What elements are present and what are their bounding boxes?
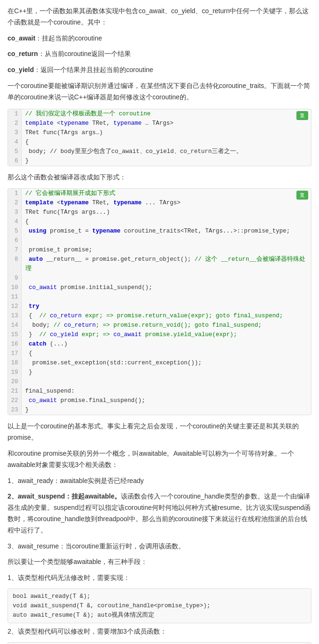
line-number: 22 bbox=[8, 396, 21, 405]
line-content: { // co_return expr; => promise.return_v… bbox=[21, 311, 311, 321]
section2-p2: 和coroutine promise关联的另外一个概念，叫awaitable。A… bbox=[8, 448, 311, 471]
copy-btn-2[interactable]: 复 bbox=[296, 191, 308, 200]
section2-p1: 以上是一个coroutine的基本形式。事实上看完之后会发现，一个corouti… bbox=[8, 421, 311, 443]
line-content: co_await promise.initial_suspend(); bbox=[21, 283, 311, 292]
code-block-method1: bool await_ready(T &);void await_suspend… bbox=[8, 588, 311, 623]
line-content: auto __return__ = promise.get_return_obj… bbox=[21, 255, 311, 274]
intro-p2: 一个coroutine要能被编译期识别并通过编译，在某些情况下要自己去特化cor… bbox=[8, 80, 311, 103]
line-number: 16 bbox=[8, 339, 21, 349]
co-return-desc: ：从当前coroutine返回一个结果 bbox=[38, 50, 131, 57]
co-yield-desc: ：返回一个结果并且挂起当前的coroutine bbox=[34, 66, 153, 73]
co-return-item: co_return：从当前coroutine返回一个结果 bbox=[8, 48, 311, 60]
method-code-line: bool await_ready(T &); bbox=[13, 592, 306, 601]
section2-p3: 所以要让一个类型能够awaitable，有三种手段： bbox=[8, 556, 311, 568]
line-number: 15 bbox=[8, 330, 21, 339]
bottom-section: 易贱网 www.ynpxrz.com 易贱网 www.ynpxrz.com 以上… bbox=[8, 421, 311, 644]
line-number: 8 bbox=[8, 255, 21, 274]
line-number: 10 bbox=[8, 283, 21, 292]
line-number: 2 bbox=[8, 119, 21, 128]
co-await-item: co_await：挂起当前的coroutine bbox=[8, 33, 311, 44]
code-block-method2: bool await_ready();void await_suspend(co… bbox=[8, 642, 311, 644]
line-number: 11 bbox=[8, 292, 21, 302]
section2-item2-title: 2、await_suspend：挂起awaitable。 bbox=[8, 492, 121, 500]
line-number: 13 bbox=[8, 311, 21, 321]
line-content: template <typename TRet, typename … TArg… bbox=[21, 119, 311, 128]
line-number: 17 bbox=[8, 349, 21, 358]
line-content: TRet func(TArgs args...) bbox=[21, 208, 311, 217]
code-block-1: 复 1// 我们假定这个模板函数是一个 coroutine2template <… bbox=[8, 109, 311, 166]
section2-item3: 3、await_resume：当coroutine重新运行时，会调用该函数。 bbox=[8, 541, 311, 552]
code-block-2: 复 1// 它会被编译期展开成如下形式2template <typename T… bbox=[8, 188, 311, 415]
line-content: final_suspend: bbox=[21, 386, 311, 396]
line-number: 5 bbox=[8, 226, 21, 236]
line-number: 4 bbox=[8, 137, 21, 147]
code-table-1: 1// 我们假定这个模板函数是一个 coroutine2template <ty… bbox=[8, 109, 311, 166]
line-number: 6 bbox=[8, 236, 21, 245]
co-await-label: co_await bbox=[8, 34, 35, 42]
line-number: 5 bbox=[8, 147, 21, 156]
line-content: { bbox=[21, 137, 311, 147]
section2-method1-title: 1、该类型相代码无法修改时，需要实现： bbox=[8, 572, 311, 584]
line-number: 1 bbox=[8, 109, 21, 119]
line-number: 21 bbox=[8, 386, 21, 396]
line-content: TRet func(TArgs args…) bbox=[21, 128, 311, 137]
line-content: using promise_t = typename coroutine_tra… bbox=[21, 226, 311, 236]
line-content: } bbox=[21, 405, 311, 415]
line-content bbox=[21, 377, 311, 386]
section2-method2-title: 2、该类型相代码可以修改时，需要增加3个成员函数： bbox=[8, 626, 311, 637]
line-number: 23 bbox=[8, 405, 21, 415]
line-content: catch (...) bbox=[21, 339, 311, 349]
method-code-line: void await_suspend(T &, coroutine_handle… bbox=[13, 601, 306, 611]
line-number: 14 bbox=[8, 321, 21, 330]
code-table-2: 1// 它会被编译期展开成如下形式2template <typename TRe… bbox=[8, 189, 311, 415]
line-number: 18 bbox=[8, 358, 21, 368]
middle-text-p1: 那么这个函数会被编译器改成如下形式： bbox=[8, 172, 311, 183]
line-content: { bbox=[21, 217, 311, 226]
line-content: try bbox=[21, 302, 311, 311]
line-content: template <typename TRet, typename ... TA… bbox=[21, 198, 311, 208]
line-content: co_await promise.final_suspend(); bbox=[21, 396, 311, 405]
section2-item1: 1、await_ready：awaitable实例是否已经ready bbox=[8, 475, 311, 487]
line-number: 1 bbox=[8, 189, 21, 198]
line-number: 6 bbox=[8, 156, 21, 166]
line-content: body; // co_return; => promise.return_vo… bbox=[21, 321, 311, 330]
line-number: 12 bbox=[8, 302, 21, 311]
intro-p1: 在C++里，一个函数如果其函数体实现中包含co_await、co_yield、c… bbox=[8, 6, 311, 28]
line-content: } // co_yield expr; => co_await promise.… bbox=[21, 330, 311, 339]
line-content: promise.set_exception(std::current_excep… bbox=[21, 358, 311, 368]
line-content: // 我们假定这个模板函数是一个 coroutine bbox=[21, 109, 311, 119]
line-content bbox=[21, 236, 311, 245]
co-yield-label: co_yield bbox=[8, 66, 34, 73]
method1-code-lines: bool await_ready(T &);void await_suspend… bbox=[13, 592, 306, 620]
line-content: { bbox=[21, 349, 311, 358]
line-content: promise_t promise; bbox=[21, 245, 311, 255]
copy-btn-1[interactable]: 复 bbox=[296, 111, 308, 120]
line-content: body; // body里至少包含了co_await、co_yield、co_… bbox=[21, 147, 311, 156]
line-content: } bbox=[21, 368, 311, 377]
method-code-line: auto await_resume(T &); auto视具体情况而定 bbox=[13, 611, 306, 620]
line-number: 7 bbox=[8, 245, 21, 255]
line-number: 3 bbox=[8, 128, 21, 137]
line-number: 20 bbox=[8, 377, 21, 386]
line-content bbox=[21, 292, 311, 302]
line-number: 19 bbox=[8, 368, 21, 377]
line-content bbox=[21, 274, 311, 283]
line-number: 4 bbox=[8, 217, 21, 226]
co-return-label: co_return bbox=[8, 50, 38, 57]
co-await-desc: ：挂起当前的coroutine bbox=[35, 34, 102, 42]
line-number: 9 bbox=[8, 274, 21, 283]
line-number: 3 bbox=[8, 208, 21, 217]
line-content: // 它会被编译期展开成如下形式 bbox=[21, 189, 311, 198]
line-number: 2 bbox=[8, 198, 21, 208]
line-content: } bbox=[21, 156, 311, 166]
section2-item2: 2、await_suspend：挂起awaitable。该函数会传入一个coro… bbox=[8, 491, 311, 536]
co-yield-item: co_yield：返回一个结果并且挂起当前的coroutine bbox=[8, 64, 311, 76]
